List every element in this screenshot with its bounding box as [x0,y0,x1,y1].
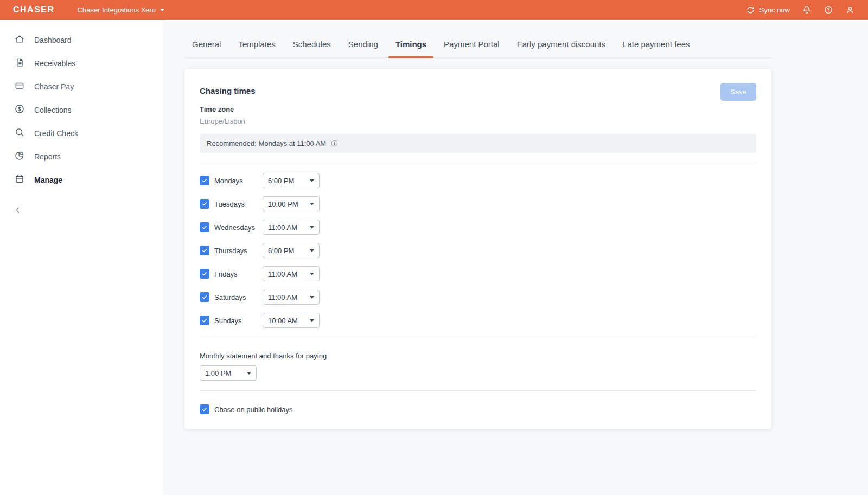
chasing-times-card: Chasing times Save Time zone Europe/Lisb… [184,69,771,429]
chevron-down-icon [310,226,314,229]
checkbox-wednesdays[interactable] [200,222,209,232]
day-label: Thursdays [214,247,263,255]
monthly-statement-label: Monthly statement and thanks for paying [200,352,756,360]
public-holidays-row: Chase on public holidays [200,404,756,414]
time-select-tuesdays[interactable]: 10:00 PM [263,196,320,211]
sidebar-item-credit-check[interactable]: Credit Check [0,121,163,145]
sidebar-item-collections[interactable]: Collections [0,98,163,121]
monthly-statement-time-select[interactable]: 1:00 PM [200,365,257,381]
day-row-saturdays: Saturdays 11:00 AM [200,290,756,305]
sync-now-button[interactable]: Sync now [746,5,790,15]
chevron-down-icon [310,249,314,252]
sidebar-item-label: Chaser Pay [34,82,74,91]
time-select-value: 1:00 PM [205,369,231,377]
calendar-icon [14,173,25,186]
sidebar-collapse-button[interactable] [0,205,163,217]
divider [200,338,756,338]
card-title: Chasing times [200,83,256,95]
checkbox-saturdays[interactable] [200,292,209,302]
chevron-down-icon [310,296,314,299]
app-logo: CHASER [13,5,55,15]
checkbox-mondays[interactable] [200,176,209,185]
time-select-value: 6:00 PM [268,177,294,185]
chevron-left-icon [13,207,22,216]
chevron-down-icon [310,179,314,182]
settings-tabs: General Templates Schedules Sending Timi… [184,33,771,58]
tab-timings[interactable]: Timings [394,33,427,57]
sync-icon [746,5,755,15]
day-label: Tuesdays [214,200,263,208]
timezone-value: Europe/Lisbon [200,117,756,125]
time-select-fridays[interactable]: 11:00 AM [263,266,320,281]
sidebar-item-label: Credit Check [34,129,78,138]
tab-general[interactable]: General [191,33,222,57]
chevron-down-icon [247,372,251,375]
user-account-icon[interactable] [845,5,855,15]
sidebar-item-manage[interactable]: Manage [0,168,163,191]
time-select-value: 6:00 PM [268,247,294,255]
tab-sending[interactable]: Sending [347,33,379,57]
time-select-wednesdays[interactable]: 11:00 AM [263,220,320,235]
dollar-circle-icon [14,104,25,116]
day-label: Saturdays [214,293,263,301]
time-select-value: 10:00 PM [268,200,298,208]
day-row-thursdays: Thursdays 6:00 PM [200,243,756,258]
main-content: General Templates Schedules Sending Timi… [163,20,868,495]
time-select-saturdays[interactable]: 11:00 AM [263,290,320,305]
time-select-value: 11:00 AM [268,293,297,301]
save-button[interactable]: Save [720,83,756,101]
tab-payment-portal[interactable]: Payment Portal [443,33,501,57]
topbar-actions: Sync now [746,5,855,15]
info-icon[interactable] [330,139,339,147]
tab-templates[interactable]: Templates [237,33,276,57]
checkbox-thursdays[interactable] [200,246,209,255]
sidebar-item-label: Reports [34,152,61,161]
document-icon [14,57,25,69]
organisation-name: Chaser Integrations Xero [78,6,156,14]
time-select-value: 11:00 AM [268,223,297,232]
day-row-mondays: Mondays 6:00 PM [200,173,756,188]
pie-chart-icon [14,150,25,163]
credit-card-icon [14,80,25,93]
time-select-mondays[interactable]: 6:00 PM [263,173,320,188]
checkbox-sundays[interactable] [200,316,209,325]
sidebar-item-label: Receivables [34,59,75,68]
notifications-bell-icon[interactable] [802,5,812,15]
time-select-value: 11:00 AM [268,270,297,278]
divider [200,390,756,391]
day-row-tuesdays: Tuesdays 10:00 PM [200,196,756,211]
chevron-down-icon [310,273,314,275]
time-select-value: 10:00 AM [268,317,298,325]
home-icon [14,34,25,46]
sidebar-item-label: Manage [34,176,62,184]
time-select-thursdays[interactable]: 6:00 PM [263,243,320,258]
checkbox-public-holidays[interactable] [200,404,209,414]
sidebar-item-chaser-pay[interactable]: Chaser Pay [0,75,163,98]
time-select-sundays[interactable]: 10:00 AM [263,313,320,328]
sidebar-item-label: Collections [34,106,71,114]
public-holidays-label: Chase on public holidays [214,406,293,414]
recommended-text: Recommended: Mondays at 11:00 AM [207,139,326,147]
recommended-banner: Recommended: Mondays at 11:00 AM [200,134,756,153]
sync-now-label: Sync now [760,6,790,14]
topbar: CHASER Chaser Integrations Xero Sync now [0,0,868,20]
sidebar: Dashboard Receivables Chaser Pay Collect… [0,20,163,495]
checkbox-fridays[interactable] [200,269,209,279]
timezone-label: Time zone [200,105,756,113]
day-label: Fridays [214,270,263,278]
sidebar-item-dashboard[interactable]: Dashboard [0,28,163,52]
day-label: Sundays [214,317,263,325]
sidebar-item-label: Dashboard [34,36,72,44]
day-row-wednesdays: Wednesdays 11:00 AM [200,220,756,235]
help-icon[interactable] [824,5,833,15]
search-icon [14,127,25,139]
checkbox-tuesdays[interactable] [200,199,209,209]
sidebar-item-reports[interactable]: Reports [0,145,163,168]
tab-late-payment-fees[interactable]: Late payment fees [622,33,691,57]
tab-early-payment-discounts[interactable]: Early payment discounts [516,33,607,57]
sidebar-item-receivables[interactable]: Receivables [0,52,163,75]
tab-schedules[interactable]: Schedules [292,33,332,57]
chevron-down-icon [310,203,314,205]
organisation-selector[interactable]: Chaser Integrations Xero [78,6,165,14]
chevron-down-icon [160,9,164,11]
